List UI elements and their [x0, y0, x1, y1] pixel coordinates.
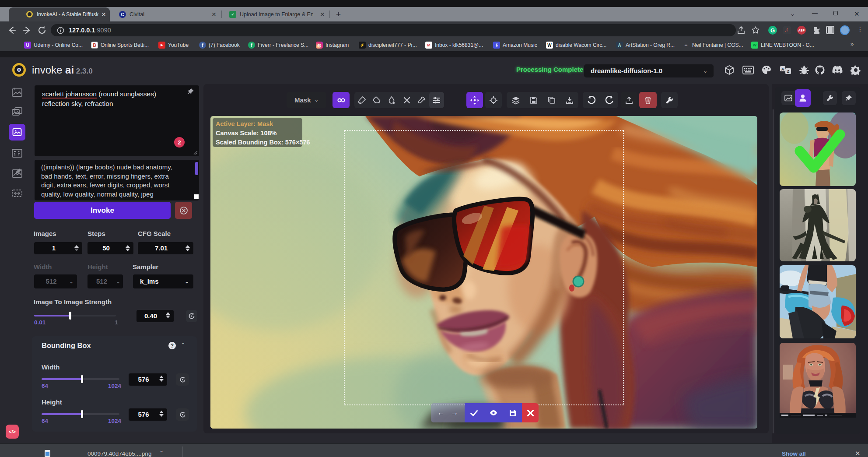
svg-text:A: A — [781, 67, 784, 71]
svg-text:Z: Z — [787, 69, 790, 74]
